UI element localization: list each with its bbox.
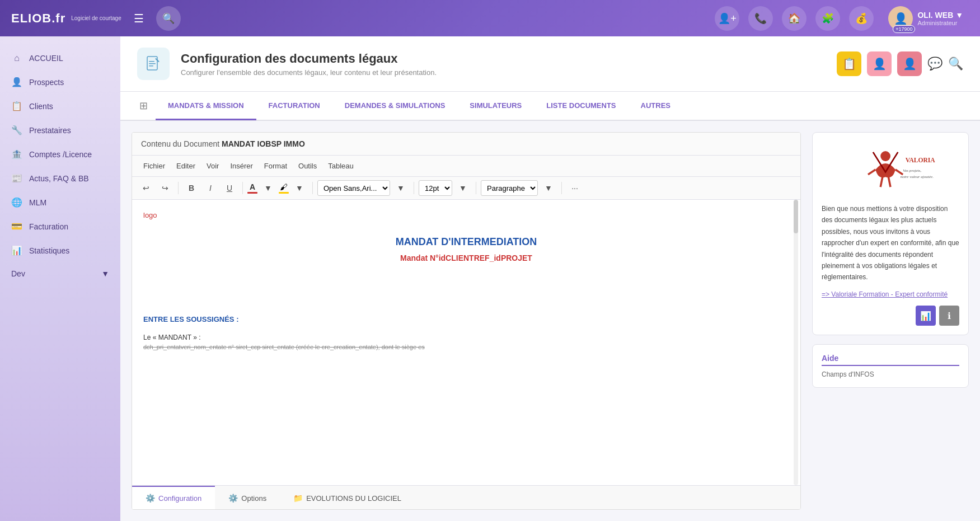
tab-demandes[interactable]: DEMANDES & SIMULATIONS xyxy=(332,92,458,120)
scroll-thumb[interactable] xyxy=(794,200,798,233)
valoriale-action-button-2[interactable]: ℹ xyxy=(939,306,959,326)
bottom-tabs: ⚙️ Configuration ⚙️ Options 📁 EVOLUTIONS… xyxy=(132,485,800,509)
font-color-dropdown[interactable]: ▼ xyxy=(260,180,276,196)
doc-ref: Mandat N°idCLIENTREF_idPROJET xyxy=(143,254,789,262)
home-icon: ⌂ xyxy=(11,53,22,63)
tab-autres[interactable]: AUTRES xyxy=(629,92,683,120)
tab-facturation[interactable]: FACTURATION xyxy=(256,92,332,120)
sidebar-item-statistiques[interactable]: 📊 Statistiques xyxy=(0,240,120,261)
chevron-down-icon: ▼ xyxy=(101,269,109,278)
sidebar: ⌂ ACCUEIL 👤 Prospects 📋 Clients 🔧 Presta… xyxy=(0,36,120,521)
menu-inserer[interactable]: Insérer xyxy=(224,159,258,173)
yellow-action-button[interactable]: 📋 xyxy=(837,51,861,76)
highlight-color-picker[interactable]: 🖌 xyxy=(279,182,289,194)
font-family-select[interactable]: Open Sans,Ari... xyxy=(317,180,390,196)
bold-button[interactable]: B xyxy=(183,180,200,196)
paragraph-select[interactable]: Paragraphe xyxy=(481,180,538,196)
sidebar-label-dev: Dev xyxy=(11,269,25,278)
more-options-button[interactable]: ··· xyxy=(566,180,583,196)
page-subtitle: Configurer l'ensemble des documents léga… xyxy=(181,68,826,77)
bottom-tab-evolutions-label: EVOLUTIONS DU LOGICIEL xyxy=(306,494,401,503)
avatar: 👤 +17900 xyxy=(888,6,913,31)
sidebar-item-actus[interactable]: 📰 Actus, FAQ & BB xyxy=(0,167,120,189)
font-size-select[interactable]: 12pt xyxy=(419,180,452,196)
sidebar-label-mlm: MLM xyxy=(29,198,46,207)
main-content: Configuration des documents légaux Confi… xyxy=(120,36,980,521)
font-size-dropdown[interactable]: ▼ xyxy=(454,180,471,196)
undo-button[interactable]: ↩ xyxy=(138,180,154,196)
editor-body[interactable]: logo MANDAT D'INTERMEDIATION Mandat N°id… xyxy=(132,200,800,485)
payment-nav-button[interactable]: 💰 xyxy=(849,6,874,31)
prestataires-icon: 🔧 xyxy=(11,125,22,135)
menu-tableau[interactable]: Tableau xyxy=(322,159,359,173)
home-nav-button[interactable]: 🏠 xyxy=(782,6,806,31)
underline-button[interactable]: U xyxy=(221,180,238,196)
logo-text: ELIOB.fr xyxy=(11,11,65,26)
chat-button[interactable]: 💬 xyxy=(927,57,943,71)
page-title-area: Configuration des documents légaux Confi… xyxy=(181,51,826,77)
sidebar-item-accueil[interactable]: ⌂ ACCUEIL xyxy=(0,48,120,69)
font-color-picker[interactable]: A xyxy=(247,182,257,194)
svg-text:notre valeur ajoutée.: notre valeur ajoutée. xyxy=(901,175,934,179)
user-profile-area[interactable]: 👤 +17900 OLI. WEB ▼ Administrateur xyxy=(883,3,969,34)
page-title: Configuration des documents légaux xyxy=(181,51,826,66)
bottom-tab-configuration[interactable]: ⚙️ Configuration xyxy=(132,486,215,509)
statistiques-icon: 📊 xyxy=(11,245,22,256)
sidebar-label-comptes: Comptes /Licence xyxy=(29,150,92,159)
menu-format[interactable]: Format xyxy=(259,159,293,173)
aide-title[interactable]: Aide xyxy=(822,354,959,363)
aide-subtitle: Champs d'INFOS xyxy=(822,370,959,378)
sidebar-item-mlm[interactable]: 🌐 MLM xyxy=(0,191,120,213)
sidebar-item-prestataires[interactable]: 🔧 Prestataires xyxy=(0,119,120,141)
main-layout: ⌂ ACCUEIL 👤 Prospects 📋 Clients 🔧 Presta… xyxy=(0,36,980,521)
right-sidebar: VALORIALE Vos projets, notre valeur ajou… xyxy=(812,132,969,510)
tab-liste[interactable]: LISTE DOCUMENTS xyxy=(534,92,628,120)
tab-simulateurs[interactable]: SIMULATEURS xyxy=(457,92,534,120)
top-navigation: ELIOB.fr Logiciel de courtage ☰ 🔍 👤+ 📞 🏠… xyxy=(0,0,980,36)
sidebar-item-dev[interactable]: Dev ▼ xyxy=(0,264,120,284)
menu-editer[interactable]: Editer xyxy=(171,159,201,173)
svg-text:Vos projets,: Vos projets, xyxy=(903,168,921,173)
phone-nav-button[interactable]: 📞 xyxy=(748,6,773,31)
menu-fichier[interactable]: Fichier xyxy=(138,159,171,173)
font-color-bar xyxy=(247,192,257,194)
toolbar-divider-1 xyxy=(178,182,179,194)
header-search-button[interactable]: 🔍 xyxy=(948,57,963,71)
sidebar-item-facturation[interactable]: 💳 Facturation xyxy=(0,215,120,237)
sidebar-item-comptes[interactable]: 🏦 Comptes /Licence xyxy=(0,143,120,165)
bottom-tab-options[interactable]: ⚙️ Options xyxy=(215,486,280,509)
svg-rect-3 xyxy=(149,65,153,67)
red-action-button[interactable]: 👤 xyxy=(897,51,922,76)
aide-divider xyxy=(822,365,959,366)
toolbar-divider-3 xyxy=(312,182,313,194)
svg-rect-2 xyxy=(149,63,156,64)
menu-outils[interactable]: Outils xyxy=(293,159,322,173)
editor-panel: Contenu du Document MANDAT IOBSP IMMO Fi… xyxy=(132,132,801,510)
valoriale-action-button-1[interactable]: 📊 xyxy=(916,306,936,326)
sidebar-item-clients[interactable]: 📋 Clients xyxy=(0,95,120,117)
bottom-tab-options-label: Options xyxy=(241,494,266,503)
paragraph-dropdown[interactable]: ▼ xyxy=(540,180,557,196)
sidebar-label-statistiques: Statistiques xyxy=(29,246,69,255)
highlight-color-dropdown[interactable]: ▼ xyxy=(291,180,308,196)
bottom-tab-config-label: Configuration xyxy=(158,494,201,503)
sidebar-item-prospects[interactable]: 👤 Prospects xyxy=(0,71,120,93)
bottom-tab-evolutions[interactable]: 📁 EVOLUTIONS DU LOGICIEL xyxy=(280,486,415,509)
global-search-button[interactable]: 🔍 xyxy=(156,6,181,31)
header-actions: 📋 👤 👤 💬 🔍 xyxy=(837,51,963,76)
hamburger-button[interactable]: ☰ xyxy=(130,8,147,29)
valoriale-link[interactable]: => Valoriale Formation - Expert conformi… xyxy=(822,289,948,300)
options-tab-icon: ⚙️ xyxy=(228,494,238,503)
font-family-dropdown[interactable]: ▼ xyxy=(392,180,409,196)
add-user-nav-button[interactable]: 👤+ xyxy=(715,6,739,31)
scroll-indicator[interactable] xyxy=(794,200,798,485)
tab-mandats[interactable]: MANDATS & MISSION xyxy=(156,92,256,120)
redo-button[interactable]: ↪ xyxy=(157,180,174,196)
logo-subtext: Logiciel de courtage xyxy=(71,15,121,21)
italic-button[interactable]: I xyxy=(202,180,219,196)
pink-action-button[interactable]: 👤 xyxy=(867,51,892,76)
puzzle-nav-button[interactable]: 🧩 xyxy=(815,6,840,31)
sidebar-label-accueil: ACCUEIL xyxy=(29,54,63,63)
menu-voir[interactable]: Voir xyxy=(201,159,224,173)
page-header: Configuration des documents légaux Confi… xyxy=(120,36,980,92)
